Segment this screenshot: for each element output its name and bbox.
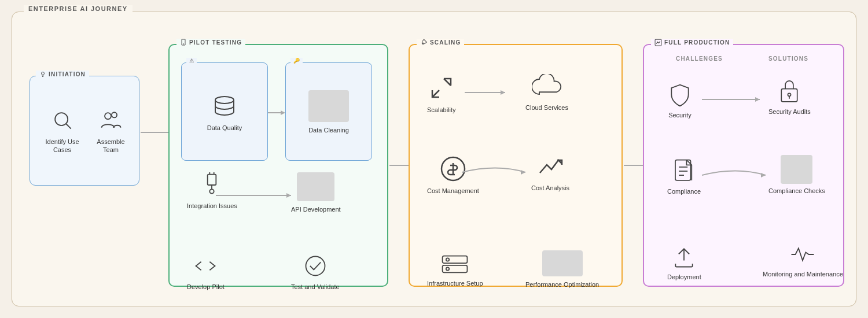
arrows-expand-icon	[428, 74, 455, 102]
server-icon	[440, 253, 469, 275]
api-dev-placeholder	[297, 172, 334, 201]
production-box: FULL PRODUCTION CHALLENGES SOLUTIONS Sec…	[643, 44, 844, 287]
svg-rect-32	[675, 160, 691, 180]
infrastructure-setup-label: Infrastructure Setup	[427, 280, 483, 287]
svg-line-16	[432, 90, 439, 97]
database-icon	[211, 92, 238, 120]
shield-icon	[667, 83, 693, 108]
svg-marker-13	[281, 110, 285, 115]
svg-point-4	[111, 112, 116, 117]
svg-point-11	[306, 257, 325, 276]
pilot-label: PILOT TESTING	[176, 39, 245, 46]
cost-management-label: Cost Management	[427, 187, 479, 194]
compliance-label: Compliance	[667, 188, 701, 195]
pilot-box: PILOT TESTING ⚠ Data Quality 🔑 Data Clea…	[168, 44, 388, 287]
deployment-label: Deployment	[667, 273, 701, 280]
deployment-item: Deployment	[667, 245, 701, 280]
pulse-icon	[789, 242, 816, 267]
initiation-label: INITIATION	[36, 71, 89, 77]
cloud-icon	[532, 74, 562, 99]
main-diagram: ENTERPRISE AI JOURNEY INITIATION Identif…	[12, 12, 856, 306]
develop-pilot-item: Develop Pilot	[187, 253, 225, 290]
assemble-team-item: Assemble Team	[89, 108, 133, 154]
cloud-services-label: Cloud Services	[525, 104, 568, 111]
svg-marker-14	[286, 193, 291, 198]
arrow-int-api	[216, 184, 297, 207]
svg-line-2	[65, 123, 71, 128]
upload-icon	[671, 245, 697, 270]
security-audits-label: Security Audits	[768, 108, 811, 115]
scalability-item: Scalability	[427, 74, 456, 113]
rocket-icon	[420, 39, 428, 46]
code-icon	[193, 253, 218, 279]
document-icon	[672, 158, 696, 184]
svg-point-10	[210, 189, 214, 193]
production-label: FULL PRODUCTION	[651, 39, 733, 46]
data-cleaning-label: Data Cleaning	[308, 127, 349, 134]
svg-marker-19	[501, 90, 505, 95]
initiation-box: INITIATION Identify Use Cases Assemble T…	[30, 76, 139, 186]
svg-point-25	[446, 267, 449, 270]
svg-point-24	[446, 258, 449, 261]
search-icon	[50, 108, 75, 133]
initiation-content: Identify Use Cases Assemble Team	[30, 76, 139, 185]
data-cleaning-placeholder	[308, 90, 349, 122]
phone-icon	[180, 39, 187, 46]
arrow-cost-analysis	[462, 164, 531, 181]
data-cleaning-box: 🔑 Data Cleaning	[285, 62, 372, 161]
key-icon-label: 🔑	[290, 58, 303, 64]
solutions-header: SOLUTIONS	[768, 56, 808, 62]
main-title: ENTERPRISE AI JOURNEY	[24, 5, 133, 12]
compliance-checks-label: Compliance Checks	[768, 187, 825, 194]
chart-icon	[654, 39, 662, 46]
svg-line-17	[444, 79, 451, 86]
develop-pilot-label: Develop Pilot	[187, 283, 225, 290]
arrow-security	[702, 95, 766, 103]
svg-point-30	[788, 93, 791, 96]
svg-marker-36	[761, 173, 766, 178]
scalability-label: Scalability	[427, 106, 456, 113]
svg-point-0	[42, 72, 45, 75]
compliance-item: Compliance	[667, 158, 701, 195]
challenges-header: CHALLENGES	[676, 56, 723, 62]
data-quality-box: ⚠ Data Quality	[181, 62, 268, 161]
api-development-label: API Development	[291, 206, 341, 213]
cost-analysis-label: Cost Analysis	[531, 184, 569, 191]
monitoring-maintenance-label: Monitoring and Maintenance	[763, 271, 843, 278]
compliance-checks-placeholder	[781, 155, 812, 184]
infrastructure-setup-item: Infrastructure Setup	[427, 253, 483, 287]
team-icon	[98, 108, 124, 133]
data-quality-label: Data Quality	[207, 124, 242, 131]
scaling-box: SCALING Scalability Cloud Services	[409, 44, 623, 287]
security-item: Security	[667, 83, 693, 119]
svg-rect-29	[782, 89, 797, 102]
svg-point-15	[422, 43, 424, 44]
svg-marker-28	[755, 97, 760, 102]
cost-analysis-item: Cost Analysis	[531, 152, 569, 191]
arrow-dq-dc	[268, 109, 285, 117]
svg-rect-7	[208, 175, 216, 185]
svg-marker-21	[521, 170, 525, 175]
warning-icon-label: ⚠	[186, 58, 197, 64]
lightbulb-icon	[39, 71, 46, 77]
scaling-label: SCALING	[417, 39, 464, 46]
security-audits-item: Security Audits	[768, 77, 811, 115]
cloud-services-item: Cloud Services	[525, 74, 568, 111]
svg-point-6	[215, 97, 234, 103]
test-validate-label: Test and Validate	[291, 283, 340, 290]
performance-optimization-label: Performance Optimization	[525, 281, 599, 288]
perf-opt-placeholder	[542, 250, 583, 276]
test-validate-item: Test and Validate	[291, 253, 340, 290]
identify-use-cases-item: Identify Use Cases	[36, 108, 89, 154]
arrow-scal-cloud	[465, 88, 511, 97]
compliance-checks-item: Compliance Checks	[768, 155, 825, 194]
svg-point-3	[105, 113, 111, 119]
checkmark-icon	[303, 253, 328, 279]
svg-point-5	[183, 44, 184, 45]
security-label: Security	[668, 112, 692, 119]
performance-optimization-item: Performance Optimization	[525, 250, 599, 288]
arrow-compliance	[702, 167, 771, 184]
api-development-item: API Development	[291, 172, 341, 213]
lock-icon	[777, 77, 802, 105]
monitoring-maintenance-item: Monitoring and Maintenance	[763, 242, 843, 278]
